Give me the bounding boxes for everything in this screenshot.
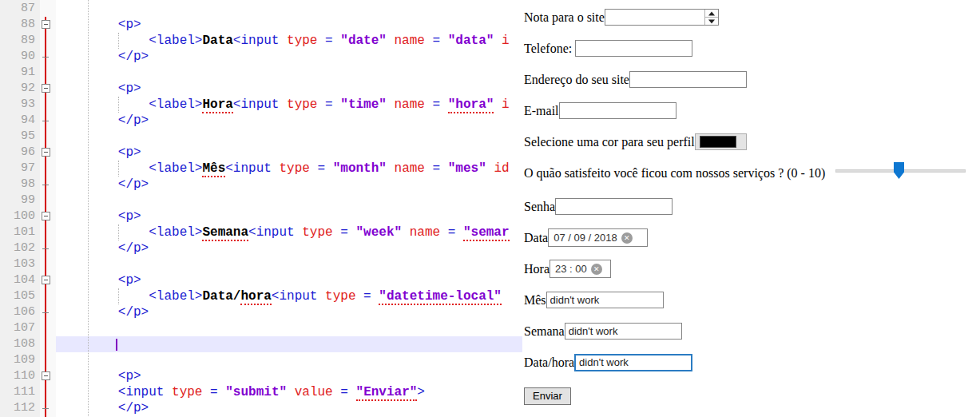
fold-collapse-icon[interactable] (42, 84, 50, 93)
senha-input[interactable] (555, 198, 673, 215)
semana-input[interactable] (565, 323, 682, 340)
code-token: Data/ (202, 289, 240, 304)
code-text: <p> (0, 17, 141, 33)
nota-input[interactable] (605, 10, 704, 25)
code-token (425, 161, 433, 176)
hora-input[interactable]: 23 : 00✕ (550, 260, 611, 278)
code-line-111[interactable]: 111 <input type = "submit" value = "Envi… (0, 384, 523, 400)
code-line-91[interactable]: 91 (0, 65, 523, 81)
code-line-105[interactable]: 105 <label>Data/hora<input type = "datet… (0, 288, 523, 304)
code-token: </p> (118, 177, 149, 192)
enviar-button[interactable]: Enviar (524, 387, 571, 405)
code-line-98[interactable]: 98 </p> (0, 177, 523, 193)
indent-guide (118, 33, 119, 49)
code-token: = (433, 161, 441, 176)
code-token: <p> (118, 273, 141, 288)
line-number: 108 (0, 336, 35, 352)
code-token: type (287, 97, 317, 112)
code-line-93[interactable]: 93 <label>Hora<input type = "time" name … (0, 97, 523, 113)
fold-collapse-icon[interactable] (42, 371, 50, 380)
indent-guide (118, 224, 119, 240)
code-line-107[interactable]: 107 (0, 320, 523, 336)
code-line-109[interactable]: 109 (0, 352, 523, 368)
fold-end-marker (42, 121, 49, 121)
code-token (57, 34, 149, 48)
code-line-101[interactable]: 101 <label>Semana<input type = "week" na… (0, 224, 523, 240)
code-token (494, 34, 502, 48)
code-line-103[interactable]: 103 (0, 256, 523, 272)
satisfacao-slider-thumb[interactable] (894, 162, 904, 179)
code-token: <input (233, 97, 280, 112)
fold-collapse-icon[interactable] (42, 276, 50, 284)
datahora-label: Data/hora (524, 355, 574, 370)
code-line-104[interactable]: 104 <p> (0, 272, 523, 288)
mes-row: Mês (524, 291, 664, 309)
satisfacao-row: O quão satisfeito você ficou com nossos … (524, 164, 825, 182)
code-token (57, 50, 118, 64)
code-line-94[interactable]: 94 </p> (0, 113, 523, 129)
code-line-97[interactable]: 97 <label>Mês<input type = "month" name … (0, 161, 523, 177)
code-line-112[interactable]: 112 </p> (0, 400, 523, 416)
spin-down-icon[interactable] (705, 18, 718, 25)
code-line-99[interactable]: 99 (0, 193, 523, 208)
code-line-110[interactable]: 110 <p> (0, 368, 523, 384)
code-text: <label>Data/hora<input type = "datetime-… (0, 288, 502, 304)
data-value: 07 / 09 / 2018 (553, 232, 617, 244)
browser-form-preview: Nota para o siteTelefone: Endereço do se… (524, 0, 980, 417)
code-token: type (302, 225, 332, 240)
code-token: "data" (448, 34, 494, 48)
code-line-96[interactable]: 96 <p> (0, 145, 523, 161)
semana-label: Semana (524, 324, 565, 339)
code-token: "datetime-local" (379, 289, 502, 305)
code-line-92[interactable]: 92 <p> (0, 81, 523, 97)
mes-input[interactable] (546, 292, 664, 308)
code-token (494, 97, 502, 112)
email-row: E-mail (524, 101, 676, 120)
code-lines[interactable]: 8788 <p>89 <label>Data<input type = "dat… (0, 1, 523, 416)
code-token (348, 225, 356, 240)
fold-collapse-icon[interactable] (42, 20, 50, 29)
code-text: <input type = "submit" value = "Enviar"> (0, 384, 425, 400)
cor-color-picker[interactable] (695, 133, 747, 150)
indent-guide (118, 97, 119, 113)
data-input[interactable]: 07 / 09 / 2018✕ (548, 228, 648, 247)
code-line-90[interactable]: 90 </p> (0, 49, 523, 65)
code-text: </p> (0, 304, 149, 320)
code-token (440, 97, 448, 112)
hora-value: 23 : 00 (555, 263, 587, 275)
code-token: <input (225, 161, 272, 176)
code-token (218, 385, 226, 399)
datahora-input[interactable] (574, 354, 692, 371)
code-token (371, 289, 379, 304)
code-line-106[interactable]: 106 </p> (0, 304, 523, 320)
code-line-89[interactable]: 89 <label>Data<input type = "date" name … (0, 33, 523, 49)
clear-value-icon[interactable]: ✕ (621, 232, 633, 244)
code-token: type (325, 289, 355, 304)
code-text: <label>Mês<input type = "month" name = "… (0, 161, 510, 177)
clear-value-icon[interactable]: ✕ (591, 264, 602, 275)
code-token: <label> (149, 161, 202, 176)
code-line-88[interactable]: 88 <p> (0, 17, 523, 33)
fold-collapse-icon[interactable] (42, 212, 50, 220)
code-token: "week" (356, 225, 403, 240)
telefone-row: Telefone: (524, 39, 692, 58)
code-token: id (494, 161, 509, 176)
datahora-row: Data/hora (524, 353, 692, 371)
code-line-102[interactable]: 102 </p> (0, 240, 523, 256)
code-editor[interactable]: 8788 <p>89 <label>Data<input type = "dat… (0, 0, 523, 417)
spin-up-icon[interactable] (705, 10, 718, 18)
code-token (333, 97, 341, 112)
telefone-input[interactable] (575, 40, 692, 57)
code-token: Semana (202, 225, 248, 241)
endereco-input[interactable] (629, 71, 747, 88)
fold-collapse-icon[interactable] (42, 148, 50, 157)
code-line-100[interactable]: 100 <p> (0, 208, 523, 224)
code-text: <label>Hora<input type = "time" name = "… (0, 97, 510, 113)
code-token: Mês (202, 161, 225, 177)
code-line-95[interactable]: 95 (0, 129, 523, 145)
code-line-108[interactable]: 108 (0, 336, 523, 352)
email-input[interactable] (559, 102, 676, 119)
code-token: name (410, 225, 440, 240)
code-token: = (448, 225, 456, 240)
code-line-87[interactable]: 87 (0, 1, 523, 17)
